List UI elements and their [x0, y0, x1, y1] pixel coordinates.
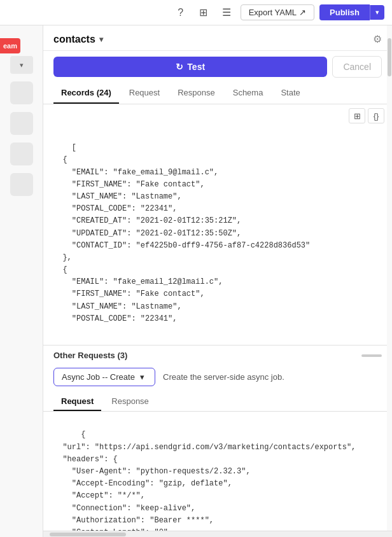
tab-state[interactable]: State — [273, 83, 307, 104]
grid-icon[interactable]: ⊞ — [195, 4, 213, 22]
export-icon: ↗ — [299, 8, 306, 17]
grid-view-button[interactable]: ⊞ — [349, 108, 365, 123]
main-panel: contacts ▾ ⚙ ↻ Test Cancel Records (24) … — [43, 25, 392, 537]
async-job-label: Async Job -- Create — [62, 372, 135, 382]
inner-tabs: Request Response — [43, 393, 392, 412]
tab-request[interactable]: Request — [122, 83, 167, 104]
publish-group: Publish ▾ — [319, 4, 384, 20]
bottom-scrollbar[interactable] — [43, 531, 392, 537]
inner-tab-request[interactable]: Request — [53, 393, 101, 411]
panel-header: contacts ▾ ⚙ — [43, 25, 392, 51]
other-requests-title: Other Requests (3) — [53, 351, 127, 360]
top-bar: ? ⊞ ☰ Export YAML ↗ Publish ▾ — [0, 0, 392, 25]
sidebar-item-2[interactable] — [10, 112, 33, 135]
export-yaml-button[interactable]: Export YAML ↗ — [241, 4, 314, 20]
test-button[interactable]: ↻ Test — [53, 57, 327, 77]
sidebar-item-3[interactable] — [10, 143, 33, 165]
async-chevron-icon: ▾ — [140, 372, 144, 382]
panel-settings-icon[interactable]: ⚙ — [373, 33, 382, 45]
publish-chevron-button[interactable]: ▾ — [370, 5, 384, 20]
right-scrollbar[interactable] — [387, 25, 392, 531]
request-json-content: { "url": "https://api.sendgrid.com/v3/ma… — [43, 412, 392, 537]
json-content: [ { "EMAIL": "fake_email_9@lmail.c", "FI… — [43, 125, 392, 342]
sidebar-dropdown[interactable]: ▾ — [10, 56, 33, 74]
sidebar-item-1[interactable] — [10, 81, 33, 104]
other-requests-section: Other Requests (3) Async Job -- Create ▾… — [43, 345, 392, 537]
sidebar: ▾ — [0, 25, 43, 537]
right-scroll-thumb[interactable] — [388, 38, 391, 76]
tabs: Records (24) Request Response Schema Sta… — [43, 83, 392, 104]
panel-title-chevron-icon[interactable]: ▾ — [99, 35, 103, 44]
async-description: Create the server-side async job. — [163, 372, 284, 382]
panel-title: contacts ▾ — [53, 34, 103, 45]
team-pill[interactable]: eam — [0, 38, 20, 53]
inner-tab-response[interactable]: Response — [104, 393, 157, 411]
cancel-button[interactable]: Cancel — [332, 56, 382, 78]
test-icon: ↻ — [176, 62, 183, 72]
test-row: ↻ Test Cancel — [43, 51, 392, 83]
test-label: Test — [187, 62, 205, 72]
tab-schema[interactable]: Schema — [225, 83, 271, 104]
export-yaml-label: Export YAML — [249, 8, 297, 17]
tab-response[interactable]: Response — [170, 83, 223, 104]
async-job-dropdown[interactable]: Async Job -- Create ▾ — [53, 368, 155, 386]
tab-records[interactable]: Records (24) — [53, 83, 119, 104]
bottom-scroll-thumb[interactable] — [50, 533, 126, 536]
publish-button[interactable]: Publish — [319, 4, 370, 20]
sidebar-item-4[interactable] — [10, 173, 33, 196]
other-requests-header: Other Requests (3) — [43, 345, 392, 365]
doc-icon[interactable]: ☰ — [218, 4, 235, 22]
panel-title-text: contacts — [53, 34, 95, 45]
help-icon[interactable]: ? — [172, 4, 190, 22]
drag-handle[interactable] — [361, 354, 382, 357]
async-row: Async Job -- Create ▾ Create the server-… — [43, 365, 392, 393]
view-toggle: ⊞ {} — [43, 104, 392, 125]
code-view-button[interactable]: {} — [368, 108, 384, 123]
